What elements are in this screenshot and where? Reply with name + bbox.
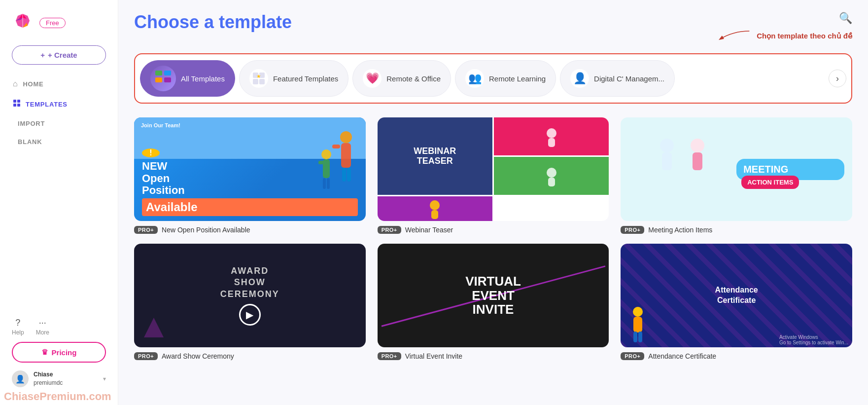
template-thumb-open-position: Join Our Team! ! NEWOpenPosition Availab…	[134, 117, 366, 221]
user-sub: premiumdc	[34, 379, 63, 387]
more-button[interactable]: ··· More	[36, 318, 49, 336]
home-icon: ⌂	[13, 79, 18, 88]
templates-grid: Join Our Team! ! NEWOpenPosition Availab…	[134, 117, 852, 360]
remote-learning-label: Remote Learning	[489, 74, 546, 83]
all-templates-label: All Templates	[181, 74, 225, 83]
template-thumb-meeting: MEETING ACTION ITEMS	[621, 117, 852, 221]
category-remote-learning[interactable]: 👥 Remote Learning	[455, 60, 556, 97]
pro-badge-3: PRO+	[621, 226, 644, 234]
pro-badge-4: PRO+	[134, 352, 158, 360]
sidebar-bottom: ? Help ··· More ♛ Pricing 👤 Chiase premi…	[0, 310, 118, 397]
svg-rect-37	[633, 331, 637, 342]
create-button-label: + Create	[48, 51, 77, 59]
pro-badge-1: PRO+	[134, 226, 158, 234]
meeting-illustration	[628, 130, 736, 209]
template-label-row-4: PRO+ Award Show Ceremony	[134, 352, 366, 360]
blank-label: BLANK	[18, 138, 42, 146]
template-card-webinar-teaser[interactable]: WEBINARTEASER PRO+ Webinar Teaser	[378, 117, 609, 234]
annotation-area: Chọn template theo chủ đề	[713, 29, 852, 43]
crown-icon: ♛	[41, 348, 48, 357]
sidebar-item-blank[interactable]: BLANK	[6, 133, 112, 150]
import-label: IMPORT	[18, 120, 45, 127]
svg-rect-23	[327, 178, 330, 189]
category-bar: All Templates Featured Templates	[134, 53, 852, 104]
digital-c-label: Digital C' Managem...	[594, 74, 664, 83]
svg-rect-2	[17, 100, 20, 103]
template-card-virtual-event[interactable]: VIRTUALEVENTINVITE PRO+ Virtual Event In…	[378, 244, 609, 360]
svg-rect-8	[164, 77, 171, 82]
svg-rect-15	[341, 143, 351, 168]
svg-rect-25	[548, 138, 555, 147]
all-templates-icon	[150, 66, 176, 91]
thumb-webinar-bl	[494, 157, 609, 195]
template-name-1: New Open Position Available	[162, 226, 250, 234]
svg-rect-18	[347, 168, 351, 182]
svg-rect-4	[17, 104, 20, 107]
template-thumb-certificate: AttendanceCertificate Activate WindowsGo…	[621, 244, 852, 347]
sidebar-item-import[interactable]: IMPORT	[6, 115, 112, 132]
svg-rect-10	[259, 73, 265, 78]
template-card-attendance-cert[interactable]: AttendanceCertificate Activate WindowsGo…	[621, 244, 852, 360]
triangle-decoration	[144, 318, 164, 337]
svg-point-19	[321, 149, 331, 159]
category-digital-c[interactable]: 👤 Digital C' Managem...	[560, 60, 675, 97]
action-items-badge: ACTION ITEMS	[741, 176, 799, 189]
svg-point-24	[547, 128, 556, 138]
svg-rect-21	[318, 161, 324, 164]
user-info: Chiase premiumdc	[34, 370, 63, 387]
remote-office-label: Remote & Office	[386, 74, 441, 83]
help-button[interactable]: ? Help	[12, 318, 24, 336]
username: Chiase	[34, 370, 63, 379]
template-label-row-3: PRO+ Meeting Action Items	[621, 226, 852, 234]
award-text: AWARDSHOWCEREMONY	[220, 265, 279, 300]
search-button[interactable]: 🔍	[839, 12, 852, 25]
nav-items: ⌂ HOME TEMPLATES IMPORT BLANK	[0, 74, 118, 150]
cert-title: AttendanceCertificate	[715, 285, 758, 306]
svg-rect-27	[548, 178, 555, 186]
meeting-text-area: MEETING ACTION ITEMS	[736, 159, 844, 180]
category-featured-templates[interactable]: Featured Templates	[239, 60, 348, 97]
sidebar-item-templates[interactable]: TEMPLATES	[6, 94, 112, 114]
pro-badge-5: PRO+	[378, 352, 401, 360]
svg-rect-17	[342, 168, 346, 182]
templates-icon	[13, 99, 21, 109]
svg-rect-16	[332, 145, 340, 148]
help-icon: ?	[15, 318, 20, 328]
svg-rect-12	[259, 79, 265, 84]
template-label-row-1: PRO+ New Open Position Available	[134, 226, 366, 234]
svg-rect-31	[662, 152, 672, 170]
svg-rect-22	[323, 178, 326, 189]
svg-marker-34	[144, 318, 164, 337]
templates-label: TEMPLATES	[26, 101, 68, 108]
svg-rect-3	[13, 104, 16, 107]
svg-rect-5	[155, 71, 162, 75]
app-logo-icon	[12, 12, 34, 34]
template-card-meeting-action[interactable]: MEETING ACTION ITEMS PRO+ Meeting Action…	[621, 117, 852, 234]
page-title: Choose a template	[134, 12, 292, 33]
scroll-right-button[interactable]: ›	[829, 70, 846, 87]
virtual-event-text: VIRTUALEVENTINVITE	[465, 274, 521, 317]
free-badge: Free	[39, 18, 66, 28]
create-button[interactable]: + + Create	[12, 45, 106, 65]
sidebar: Free + + Create ⌂ HOME TEMPLATES IMPORT	[0, 0, 118, 405]
svg-point-28	[430, 200, 440, 210]
svg-point-35	[633, 307, 643, 317]
template-thumb-award: AWARDSHOWCEREMONY ▶	[134, 244, 366, 347]
template-label-row-6: PRO+ Attendance Certificate	[621, 352, 852, 360]
sidebar-item-home[interactable]: ⌂ HOME	[6, 74, 112, 93]
svg-rect-9	[253, 73, 258, 78]
template-card-new-open-position[interactable]: Join Our Team! ! NEWOpenPosition Availab…	[134, 117, 366, 234]
category-remote-office[interactable]: 💗 Remote & Office	[352, 60, 451, 97]
svg-rect-33	[693, 152, 702, 170]
category-all-templates[interactable]: All Templates	[140, 60, 235, 97]
template-card-award-show[interactable]: AWARDSHOWCEREMONY ▶ PRO+ Award Show Cere…	[134, 244, 366, 360]
svg-point-32	[691, 139, 704, 152]
plus-icon: +	[40, 51, 45, 59]
thumb-webinar-br	[378, 196, 492, 221]
main-content: Choose a template 🔍 Chọn template theo c…	[118, 0, 868, 405]
pricing-button[interactable]: ♛ Pricing	[12, 342, 106, 363]
webinar-title: WEBINARTEASER	[410, 143, 460, 170]
pro-badge-2: PRO+	[378, 226, 401, 234]
user-row[interactable]: 👤 Chiase premiumdc ▾	[12, 368, 106, 389]
pro-badge-6: PRO+	[621, 352, 644, 360]
